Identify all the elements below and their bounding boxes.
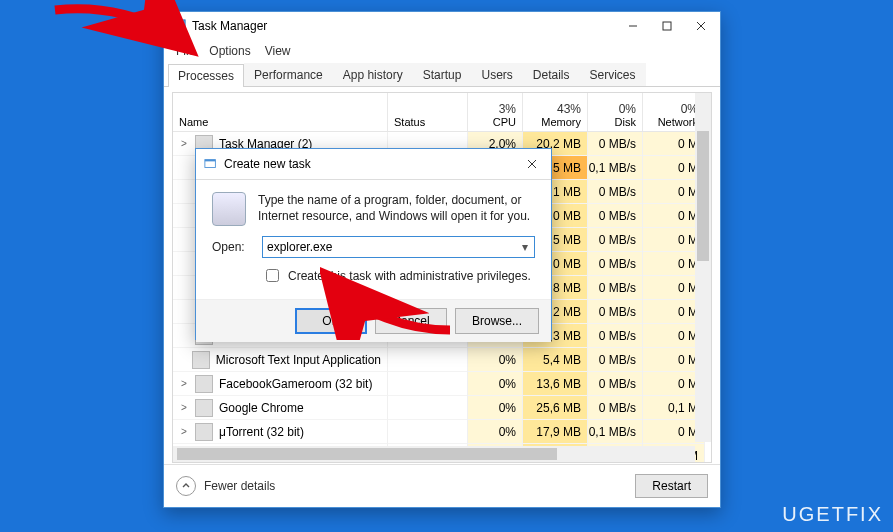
svg-rect-3 [180, 22, 182, 31]
restart-button[interactable]: Restart [635, 474, 708, 498]
disk-cell: 0 MB/s [588, 372, 643, 396]
table-row[interactable]: Microsoft Text Input Application0%5,4 MB… [173, 348, 711, 372]
run-large-icon [212, 192, 246, 226]
disk-cell: 0 MB/s [588, 348, 643, 372]
disk-cell: 0 MB/s [588, 252, 643, 276]
memory-cell: 17,9 MB [523, 420, 588, 444]
taskmgr-icon [172, 19, 186, 33]
cancel-button[interactable]: Cancel [375, 308, 447, 334]
dialog-titlebar[interactable]: Create new task [196, 149, 551, 180]
memory-cell: 25,6 MB [523, 396, 588, 420]
disk-cell: 0,1 MB/s [588, 156, 643, 180]
tab-services[interactable]: Services [580, 63, 646, 86]
disk-cell: 0 MB/s [588, 300, 643, 324]
memory-cell: 13,6 MB [523, 372, 588, 396]
fewer-details-toggle[interactable]: Fewer details [176, 476, 275, 496]
process-icon [195, 399, 213, 417]
svg-rect-1 [175, 27, 177, 31]
open-combobox[interactable]: ▾ [262, 236, 535, 258]
disk-cell: 0 MB/s [588, 132, 643, 156]
chevron-up-icon [176, 476, 196, 496]
tab-details[interactable]: Details [523, 63, 580, 86]
dialog-title: Create new task [224, 157, 515, 171]
vertical-scrollbar[interactable] [695, 93, 711, 442]
table-row[interactable]: >μTorrent (32 bit)0%17,9 MB0,1 MB/s0 M [173, 420, 711, 444]
col-status[interactable]: Status [388, 93, 468, 131]
svg-rect-9 [205, 160, 216, 162]
process-name: Microsoft Text Input Application [216, 353, 381, 367]
expand-chevron-icon[interactable]: > [179, 378, 189, 389]
menubar: File Options View [164, 40, 720, 62]
disk-cell: 0 MB/s [588, 276, 643, 300]
col-disk[interactable]: 0%Disk [588, 93, 643, 131]
cpu-cell: 0% [468, 372, 523, 396]
dialog-buttons: OK Cancel Browse... [196, 299, 551, 342]
table-row[interactable]: >FacebookGameroom (32 bit)0%13,6 MB0 MB/… [173, 372, 711, 396]
tab-users[interactable]: Users [471, 63, 522, 86]
scroll-thumb[interactable] [177, 448, 557, 460]
cpu-cell: 0% [468, 348, 523, 372]
titlebar[interactable]: Task Manager [164, 12, 720, 40]
menu-options[interactable]: Options [203, 42, 256, 60]
process-name: FacebookGameroom (32 bit) [219, 377, 372, 391]
menu-view[interactable]: View [259, 42, 297, 60]
svg-rect-2 [177, 24, 179, 30]
process-icon [195, 423, 213, 441]
scroll-thumb[interactable] [697, 131, 709, 261]
window-title: Task Manager [192, 19, 616, 33]
disk-cell: 0 MB/s [588, 228, 643, 252]
watermark: UGETFIX [782, 503, 883, 526]
process-name: μTorrent (32 bit) [219, 425, 304, 439]
process-icon [192, 351, 210, 369]
memory-cell: 5,4 MB [523, 348, 588, 372]
dialog-close-button[interactable] [515, 151, 549, 177]
disk-cell: 0 MB/s [588, 180, 643, 204]
tab-app-history[interactable]: App history [333, 63, 413, 86]
expand-chevron-icon[interactable]: > [179, 426, 189, 437]
browse-button[interactable]: Browse... [455, 308, 539, 334]
chevron-down-icon[interactable]: ▾ [517, 238, 533, 256]
run-icon [204, 157, 218, 171]
col-name[interactable]: Name [173, 93, 388, 131]
disk-cell: 0 MB/s [588, 204, 643, 228]
fewer-details-label: Fewer details [204, 479, 275, 493]
expand-chevron-icon[interactable]: > [179, 138, 189, 149]
column-headers: Name Status 3%CPU 43%Memory 0%Disk 0%Net… [173, 93, 711, 132]
ok-button[interactable]: OK [295, 308, 367, 334]
open-input[interactable] [262, 236, 535, 258]
menu-file[interactable]: File [170, 42, 201, 60]
col-memory[interactable]: 43%Memory [523, 93, 588, 131]
admin-label: Create this task with administrative pri… [288, 269, 531, 283]
table-row[interactable]: >Google Chrome0%25,6 MB0 MB/s0,1 M [173, 396, 711, 420]
admin-checkbox[interactable] [266, 269, 279, 282]
tabstrip: Processes Performance App history Startu… [164, 62, 720, 87]
process-name: Google Chrome [219, 401, 304, 415]
maximize-button[interactable] [650, 13, 684, 39]
tab-startup[interactable]: Startup [413, 63, 472, 86]
cpu-cell: 0% [468, 420, 523, 444]
footer: Fewer details Restart [164, 464, 720, 507]
minimize-button[interactable] [616, 13, 650, 39]
disk-cell: 0,1 MB/s [588, 420, 643, 444]
close-button[interactable] [684, 13, 718, 39]
create-task-dialog: Create new task Type the name of a progr… [195, 148, 552, 340]
dialog-description: Type the name of a program, folder, docu… [258, 192, 535, 224]
tab-performance[interactable]: Performance [244, 63, 333, 86]
disk-cell: 0 MB/s [588, 324, 643, 348]
open-label: Open: [212, 240, 252, 254]
disk-cell: 0 MB/s [588, 396, 643, 420]
tab-processes[interactable]: Processes [168, 64, 244, 87]
cpu-cell: 0% [468, 396, 523, 420]
process-icon [195, 375, 213, 393]
horizontal-scrollbar[interactable] [173, 446, 695, 462]
col-cpu[interactable]: 3%CPU [468, 93, 523, 131]
window-controls [616, 13, 718, 39]
expand-chevron-icon[interactable]: > [179, 402, 189, 413]
dialog-body: Type the name of a program, folder, docu… [196, 180, 551, 299]
svg-rect-5 [663, 22, 671, 30]
